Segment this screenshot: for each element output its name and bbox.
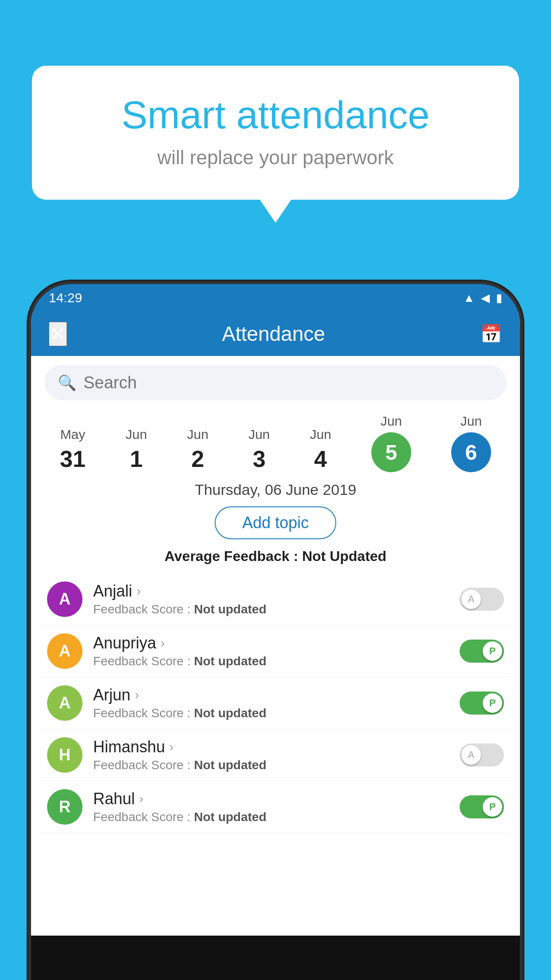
attendance-toggle[interactable]: P: [460, 692, 504, 715]
student-item: RRahul ›Feedback Score : Not updatedP: [40, 781, 511, 833]
student-info: Rahul ›Feedback Score : Not updated: [93, 790, 449, 824]
student-info: Anjali ›Feedback Score : Not updated: [93, 582, 449, 616]
date-month: Jun: [248, 427, 270, 442]
student-avatar: A: [47, 581, 83, 617]
speech-bubble-heading: Smart attendance: [67, 92, 484, 138]
signal-icon: ◀: [481, 291, 490, 305]
student-item: AArjun ›Feedback Score : Not updatedP: [40, 677, 511, 729]
attendance-toggle[interactable]: P: [460, 795, 504, 818]
date-item[interactable]: Jun2: [187, 427, 208, 472]
status-icons: ▲ ◀ ▮: [463, 291, 502, 305]
wifi-icon: ▲: [463, 291, 475, 305]
student-avatar: R: [47, 789, 83, 825]
date-label: Thursday, 06 June 2019: [31, 481, 520, 498]
toggle-switch[interactable]: P: [460, 640, 504, 663]
student-info: Arjun ›Feedback Score : Not updated: [93, 686, 449, 720]
avg-feedback-value: Not Updated: [302, 548, 386, 564]
student-list: AAnjali ›Feedback Score : Not updatedAAA…: [31, 573, 520, 833]
student-name[interactable]: Himanshu ›: [93, 738, 449, 756]
date-day: 31: [60, 446, 86, 472]
student-info: Himanshu ›Feedback Score : Not updated: [93, 738, 449, 772]
add-topic-button[interactable]: Add topic: [215, 506, 336, 539]
toggle-switch[interactable]: P: [460, 795, 504, 818]
student-item: AAnjali ›Feedback Score : Not updatedA: [40, 573, 511, 625]
student-avatar: A: [47, 685, 83, 721]
student-name[interactable]: Arjun ›: [93, 686, 449, 704]
phone-frame: 14:29 ▲ ◀ ▮ ✕ Attendance 📅 🔍 May31Jun1Ju…: [31, 284, 520, 980]
toggle-switch[interactable]: A: [460, 743, 504, 767]
app-title: Attendance: [222, 322, 325, 346]
date-month: May: [60, 427, 86, 442]
date-month: Jun: [187, 427, 208, 442]
date-month: Jun: [310, 427, 331, 442]
calendar-icon[interactable]: 📅: [480, 324, 502, 344]
app-content: 🔍 May31Jun1Jun2Jun3Jun4Jun5Jun6 Thursday…: [31, 356, 520, 936]
date-day-circle: 5: [371, 432, 411, 472]
student-name[interactable]: Anjali ›: [93, 582, 449, 601]
toggle-knob: A: [461, 589, 481, 609]
toggle-knob: P: [483, 693, 502, 713]
toggle-switch[interactable]: A: [460, 588, 504, 611]
date-month: Jun: [460, 414, 482, 429]
date-item[interactable]: Jun5: [371, 414, 411, 472]
search-input[interactable]: [83, 373, 493, 392]
speech-bubble-subtext: will replace your paperwork: [67, 146, 484, 169]
chevron-right-icon: ›: [161, 636, 165, 650]
speech-bubble: Smart attendance will replace your paper…: [32, 66, 519, 200]
avg-feedback: Average Feedback : Not Updated: [31, 548, 520, 565]
search-bar: 🔍: [44, 365, 507, 400]
student-item: HHimanshu ›Feedback Score : Not updatedA: [40, 729, 511, 781]
status-bar: 14:29 ▲ ◀ ▮: [31, 284, 520, 312]
date-item[interactable]: Jun6: [451, 414, 491, 472]
chevron-right-icon: ›: [135, 688, 139, 702]
attendance-toggle[interactable]: P: [460, 640, 504, 663]
student-avatar: H: [47, 737, 83, 773]
date-day: 1: [130, 446, 143, 472]
status-time: 14:29: [49, 290, 82, 305]
attendance-toggle[interactable]: A: [460, 588, 504, 611]
toggle-knob: P: [483, 641, 502, 661]
toggle-switch[interactable]: P: [460, 692, 504, 715]
chevron-right-icon: ›: [137, 584, 141, 598]
attendance-toggle[interactable]: A: [460, 743, 504, 767]
date-item[interactable]: Jun3: [248, 427, 270, 472]
student-feedback: Feedback Score : Not updated: [93, 810, 449, 824]
app-header: ✕ Attendance 📅: [31, 312, 520, 356]
toggle-knob: P: [483, 797, 502, 817]
date-day: 2: [191, 446, 204, 472]
student-feedback: Feedback Score : Not updated: [93, 654, 449, 668]
student-avatar: A: [47, 633, 83, 669]
student-info: Anupriya ›Feedback Score : Not updated: [93, 634, 449, 668]
chevron-right-icon: ›: [169, 740, 173, 754]
battery-icon: ▮: [496, 291, 502, 305]
date-day: 3: [253, 446, 266, 472]
close-button[interactable]: ✕: [49, 322, 67, 346]
date-month: Jun: [381, 414, 402, 429]
avg-feedback-label: Average Feedback :: [165, 548, 298, 564]
student-feedback: Feedback Score : Not updated: [93, 602, 449, 616]
date-item[interactable]: Jun1: [126, 427, 147, 472]
student-feedback: Feedback Score : Not updated: [93, 758, 449, 772]
date-day: 4: [314, 446, 327, 472]
date-item[interactable]: May31: [60, 427, 86, 472]
student-name[interactable]: Anupriya ›: [93, 634, 449, 652]
student-feedback: Feedback Score : Not updated: [93, 706, 449, 720]
date-item[interactable]: Jun4: [310, 427, 331, 472]
student-item: AAnupriya ›Feedback Score : Not updatedP: [40, 625, 511, 677]
date-day-circle: 6: [451, 432, 491, 472]
chevron-right-icon: ›: [139, 792, 143, 806]
date-selector: May31Jun1Jun2Jun3Jun4Jun5Jun6: [31, 405, 520, 477]
search-icon: 🔍: [58, 374, 76, 391]
date-month: Jun: [126, 427, 147, 442]
toggle-knob: A: [461, 745, 481, 765]
student-name[interactable]: Rahul ›: [93, 790, 449, 808]
